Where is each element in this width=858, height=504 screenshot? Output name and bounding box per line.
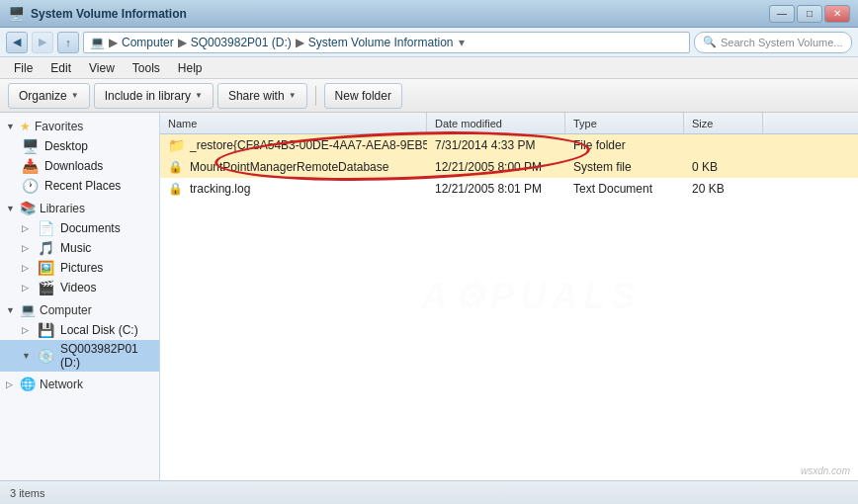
file-date-cell: 12/21/2005 8:01 PM [427,180,565,198]
share-label: Share with [228,89,285,103]
sidebar-item-videos[interactable]: ▷ 🎬 Videos [0,278,159,297]
sidebar-item-downloads[interactable]: 📥 Downloads [0,156,159,176]
path-drive[interactable]: SQ003982P01 (D:) [191,36,292,49]
pictures-folder-icon: 🖼️ [38,260,54,276]
minimize-button[interactable]: — [769,5,795,23]
sidebar-item-sq003982[interactable]: ▼ 💿 SQ003982P01 (D:) [0,340,159,372]
status-text: 3 items [10,487,44,499]
path-folder[interactable]: System Volume Information [308,36,454,49]
organize-button[interactable]: Organize ▼ [8,83,90,109]
status-bar: 3 items [0,480,858,504]
address-bar: ◀ ▶ ↑ 💻 ▶ Computer ▶ SQ003982P01 (D:) ▶ … [0,28,858,57]
include-library-arrow: ▼ [195,91,203,100]
sidebar-libraries-header[interactable]: ▼ 📚 Libraries [0,198,159,218]
sq003982-expand-icon: ▼ [22,351,32,361]
sidebar: ▼ ★ Favorites 🖥️ Desktop 📥 Downloads 🕐 R… [0,113,160,480]
col-header-size[interactable]: Size [684,113,763,133]
sidebar-network-label: Network [40,378,83,391]
menu-file[interactable]: File [6,59,41,77]
search-box[interactable]: 🔍 Search System Volume... [694,32,852,53]
table-row[interactable]: 🔒 tracking.log 12/21/2005 8:01 PM Text D… [160,178,858,200]
desktop-folder-icon: 🖥️ [22,138,39,154]
documents-folder-icon: 📄 [38,220,54,236]
sidebar-documents-label: Documents [60,221,153,235]
sidebar-recent-label: Recent Places [44,179,153,193]
pictures-expand-icon: ▷ [22,263,32,273]
menu-edit[interactable]: Edit [43,59,79,77]
file-list-header: Name Date modified Type Size [160,113,858,134]
menu-help[interactable]: Help [170,59,211,77]
sidebar-item-desktop[interactable]: 🖥️ Desktop [0,136,159,156]
organize-arrow: ▼ [71,91,79,100]
local-disk-expand-icon: ▷ [22,325,32,335]
menu-tools[interactable]: Tools [125,59,168,77]
menu-bar: File Edit View Tools Help [0,57,858,79]
documents-expand-icon: ▷ [22,223,32,233]
sidebar-item-music[interactable]: ▷ 🎵 Music [0,238,159,258]
downloads-folder-icon: 📥 [22,158,39,174]
title-bar: 🖥️ System Volume Information — □ ✕ [0,0,858,28]
window-title: System Volume Information [31,7,187,21]
sidebar-local-disk-label: Local Disk (C:) [60,323,153,337]
sidebar-libraries-label: Libraries [40,202,85,215]
main-content: ▼ ★ Favorites 🖥️ Desktop 📥 Downloads 🕐 R… [0,113,858,480]
videos-expand-icon: ▷ [22,283,32,293]
table-row[interactable]: 📁 _restore{CF8A54B3-00DE-4AA7-AEA8-9EB5.… [160,134,858,156]
window-controls: — □ ✕ [769,5,850,23]
sidebar-downloads-label: Downloads [44,159,153,173]
include-library-button[interactable]: Include in library ▼ [94,83,214,109]
col-header-type[interactable]: Type [565,113,684,133]
sidebar-favorites-label: Favorites [35,120,83,133]
sidebar-computer-header[interactable]: ▼ 💻 Computer [0,299,159,320]
videos-folder-icon: 🎬 [38,280,54,295]
sidebar-sq003982-label: SQ003982P01 (D:) [60,342,153,370]
sidebar-favorites-section: ▼ ★ Favorites 🖥️ Desktop 📥 Downloads 🕐 R… [0,117,159,196]
path-computer[interactable]: Computer [122,36,174,49]
lock-icon: 🔒 [168,160,183,174]
file-size-cell [684,143,763,147]
maximize-button[interactable]: □ [797,5,822,23]
file-type-cell: File folder [565,136,684,154]
sidebar-favorites-header[interactable]: ▼ ★ Favorites [0,117,159,136]
file-type-cell: Text Document [565,180,684,198]
search-icon: 🔍 [703,36,717,48]
recent-folder-icon: 🕐 [22,178,39,194]
up-button[interactable]: ↑ [57,32,79,53]
wsxdn-watermark: wsxdn.com [801,465,850,476]
sq003982-disk-icon: 💿 [38,348,54,364]
back-button[interactable]: ◀ [6,32,28,53]
music-expand-icon: ▷ [22,243,32,253]
toolbar-separator [315,86,316,106]
local-disk-icon: 💾 [38,322,54,338]
include-library-label: Include in library [105,89,191,103]
network-expand-icon: ▷ [6,379,16,389]
sidebar-item-pictures[interactable]: ▷ 🖼️ Pictures [0,258,159,278]
file-name-cell: 📁 _restore{CF8A54B3-00DE-4AA7-AEA8-9EB5.… [160,135,427,155]
sidebar-network-header[interactable]: ▷ 🌐 Network [0,374,159,394]
sidebar-videos-label: Videos [60,281,153,294]
forward-button[interactable]: ▶ [32,32,53,53]
sidebar-pictures-label: Pictures [60,261,153,275]
sidebar-item-recent[interactable]: 🕐 Recent Places [0,176,159,196]
sidebar-network-section: ▷ 🌐 Network [0,374,159,394]
new-folder-button[interactable]: New folder [324,83,402,109]
sidebar-item-documents[interactable]: ▷ 📄 Documents [0,218,159,238]
file-list: 📁 _restore{CF8A54B3-00DE-4AA7-AEA8-9EB5.… [160,134,858,480]
favorites-expand-icon: ▼ [6,122,16,131]
file-list-container: A⚙PUALS Name Date modified Type Size 📁 _… [160,113,858,480]
music-folder-icon: 🎵 [38,240,54,256]
menu-view[interactable]: View [81,59,123,77]
col-header-date[interactable]: Date modified [427,113,565,133]
sidebar-computer-label: Computer [40,303,92,317]
computer-expand-icon: ▼ [6,305,16,315]
sidebar-computer-section: ▼ 💻 Computer ▷ 💾 Local Disk (C:) ▼ 💿 SQ0… [0,299,159,372]
share-button[interactable]: Share with ▼ [217,83,307,109]
col-header-name[interactable]: Name [160,113,427,133]
table-row[interactable]: 🔒 MountPointManagerRemoteDatabase 12/21/… [160,156,858,178]
window-icon: 🖥️ [8,6,25,22]
file-name-label: tracking.log [190,182,250,196]
file-name-label: _restore{CF8A54B3-00DE-4AA7-AEA8-9EB5... [190,138,427,152]
sidebar-item-local-disk[interactable]: ▷ 💾 Local Disk (C:) [0,320,159,340]
lock-icon: 🔒 [168,182,183,196]
close-button[interactable]: ✕ [824,5,850,23]
